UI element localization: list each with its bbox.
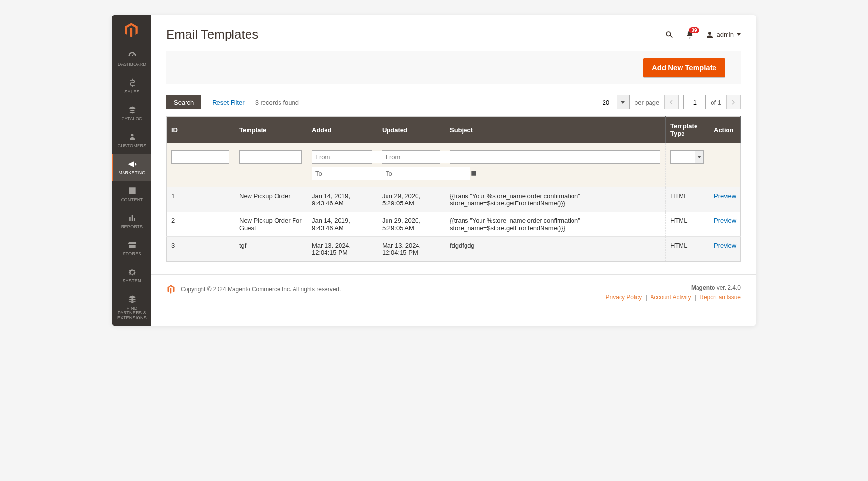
filter-template-input[interactable] <box>239 150 302 164</box>
caret-down-icon <box>737 33 741 36</box>
cell-id: 3 <box>167 237 234 262</box>
cell-template: New Pickup Order <box>234 187 307 212</box>
nav-label: CATALOG <box>122 117 143 122</box>
preview-link[interactable]: Preview <box>714 217 736 224</box>
cell-updated: Jun 29, 2020, 5:29:05 AM <box>377 212 445 237</box>
header-actions: 39 admin <box>665 30 741 40</box>
calendar-icon[interactable] <box>470 167 477 180</box>
add-new-template-button[interactable]: Add New Template <box>643 58 725 77</box>
filter-updated-to[interactable] <box>383 167 470 180</box>
nav-label: CONTENT <box>121 198 143 202</box>
filter-type-dropdown[interactable] <box>695 150 704 164</box>
grid-controls: Search Reset Filter 3 records found per … <box>151 84 756 116</box>
per-page-label: per page <box>635 99 659 106</box>
footer-version: ver. 2.4.0 <box>715 284 741 291</box>
templates-table: ID Template Added Updated Subject Templa… <box>166 116 741 262</box>
report-issue-link[interactable]: Report an Issue <box>699 294 741 301</box>
nav-customers[interactable]: CUSTOMERS <box>112 127 151 154</box>
account-activity-link[interactable]: Account Activity <box>650 294 691 301</box>
search-icon[interactable] <box>665 30 674 40</box>
col-header-template[interactable]: Template <box>234 117 307 143</box>
nav-marketing[interactable]: MARKETING <box>112 154 151 181</box>
page-input[interactable] <box>683 95 706 109</box>
cell-subject: {{trans "Your %store_name order confirma… <box>445 187 666 212</box>
nav-dashboard[interactable]: DASHBOARD <box>112 46 151 73</box>
magento-footer-logo <box>166 284 176 294</box>
nav-label: FIND PARTNERS & EXTENSIONS <box>115 306 149 321</box>
cell-added: Jan 14, 2019, 9:43:46 AM <box>307 212 377 237</box>
cell-id: 2 <box>167 212 234 237</box>
nav-label: STORES <box>123 252 141 257</box>
nav-catalog[interactable]: CATALOG <box>112 100 151 127</box>
admin-label: admin <box>717 31 734 38</box>
copyright-text: Copyright © 2024 Magento Commerce Inc. A… <box>181 286 341 293</box>
nav-label: CUSTOMERS <box>117 144 146 149</box>
cell-added: Mar 13, 2024, 12:04:15 PM <box>307 237 377 262</box>
cell-updated: Mar 13, 2024, 12:04:15 PM <box>377 237 445 262</box>
cell-type: HTML <box>666 187 709 212</box>
magento-logo[interactable] <box>112 15 151 46</box>
cell-updated: Jun 29, 2020, 5:29:05 AM <box>377 187 445 212</box>
cell-subject: {{trans "Your %store_name order confirma… <box>445 212 666 237</box>
admin-menu[interactable]: admin <box>705 31 741 39</box>
footer-brand: Magento <box>691 284 715 291</box>
notifications-icon[interactable]: 39 <box>685 30 695 40</box>
page-header: Email Templates 39 admin <box>151 15 756 51</box>
filter-type-select[interactable] <box>670 150 695 164</box>
nav-content[interactable]: CONTENT <box>112 181 151 208</box>
per-page-dropdown[interactable] <box>617 95 630 109</box>
search-button[interactable]: Search <box>166 95 202 109</box>
nav-label: REPORTS <box>121 225 143 230</box>
preview-link[interactable]: Preview <box>714 192 736 200</box>
nav-label: MARKETING <box>118 171 145 176</box>
col-header-type[interactable]: Template Type <box>666 117 709 143</box>
page-title: Email Templates <box>166 27 258 42</box>
main-content: Email Templates 39 admin Add New Templat… <box>151 15 756 326</box>
reset-filter-link[interactable]: Reset Filter <box>212 99 244 106</box>
privacy-policy-link[interactable]: Privacy Policy <box>606 294 642 301</box>
app-window: DASHBOARD SALES CATALOG CUSTOMERS MARKET… <box>112 15 756 326</box>
nav-reports[interactable]: REPORTS <box>112 208 151 235</box>
nav-sales[interactable]: SALES <box>112 73 151 100</box>
records-found: 3 records found <box>255 99 299 106</box>
nav-label: DASHBOARD <box>118 62 147 67</box>
nav-stores[interactable]: STORES <box>112 235 151 262</box>
preview-link[interactable]: Preview <box>714 242 736 249</box>
cell-subject: fdgdfgdg <box>445 237 666 262</box>
cell-template: New Pickup Order For Guest <box>234 212 307 237</box>
filter-subject-input[interactable] <box>450 150 660 164</box>
prev-page-button[interactable] <box>664 95 679 109</box>
nav-system[interactable]: SYSTEM <box>112 262 151 289</box>
cell-added: Jan 14, 2019, 9:43:46 AM <box>307 187 377 212</box>
col-header-id[interactable]: ID <box>167 117 234 143</box>
cell-id: 1 <box>167 187 234 212</box>
footer: Copyright © 2024 Magento Commerce Inc. A… <box>151 274 756 312</box>
action-toolbar: Add New Template <box>166 51 741 84</box>
next-page-button[interactable] <box>726 95 741 109</box>
sidebar: DASHBOARD SALES CATALOG CUSTOMERS MARKET… <box>112 15 151 326</box>
per-page-input[interactable] <box>595 95 617 109</box>
col-header-added[interactable]: Added <box>307 117 377 143</box>
table-row[interactable]: 2 New Pickup Order For Guest Jan 14, 201… <box>167 212 741 237</box>
table-row[interactable]: 1 New Pickup Order Jan 14, 2019, 9:43:46… <box>167 187 741 212</box>
col-header-updated[interactable]: Updated <box>377 117 445 143</box>
nav-partners[interactable]: FIND PARTNERS & EXTENSIONS <box>112 289 151 326</box>
cell-type: HTML <box>666 237 709 262</box>
table-row[interactable]: 3 tgf Mar 13, 2024, 12:04:15 PM Mar 13, … <box>167 237 741 262</box>
page-of-label: of 1 <box>711 99 721 106</box>
cell-template: tgf <box>234 237 307 262</box>
col-header-subject[interactable]: Subject <box>445 117 666 143</box>
filter-id-input[interactable] <box>171 150 229 164</box>
notification-badge: 39 <box>689 27 699 33</box>
cell-type: HTML <box>666 212 709 237</box>
col-header-action: Action <box>709 117 741 143</box>
nav-label: SALES <box>124 90 140 94</box>
filter-row <box>167 143 741 187</box>
nav-label: SYSTEM <box>123 279 141 284</box>
